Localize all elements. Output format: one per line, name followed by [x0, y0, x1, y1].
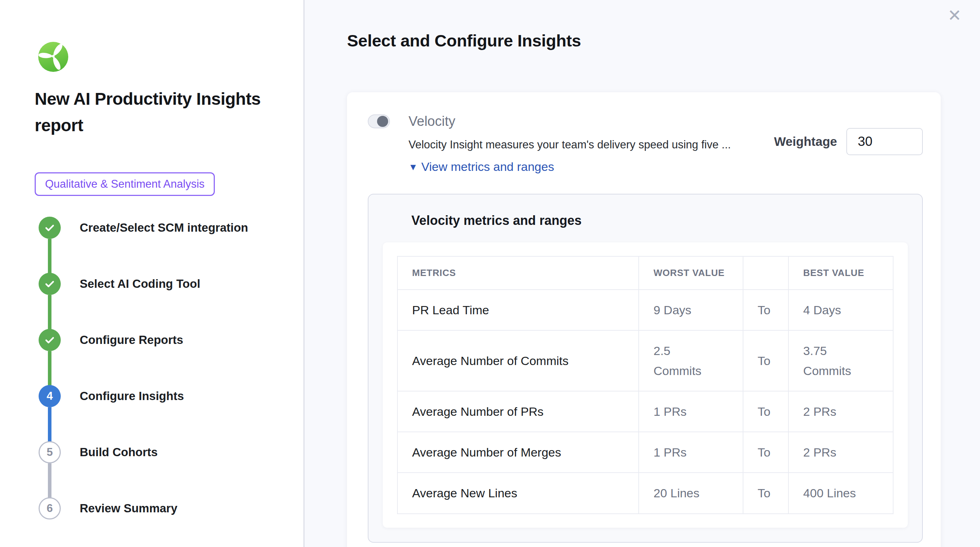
propeller-logo-icon [38, 41, 68, 72]
worst-value-cell: 20 Lines [639, 473, 743, 514]
report-type-badge: Qualitative & Sentiment Analysis [35, 172, 215, 196]
view-metrics-link[interactable]: ▼ View metrics and ranges [409, 160, 554, 174]
step-label: Review Summary [80, 497, 177, 520]
table-row: Average New Lines20 LinesTo400 Lines [398, 473, 893, 514]
table-header-row: METRICSWORST VALUEBEST VALUE [398, 256, 893, 290]
check-icon [43, 277, 56, 290]
weightage-input[interactable] [846, 128, 923, 155]
best-value-cell: 4 Days [788, 290, 893, 330]
value-text: 2 PRs [803, 402, 836, 421]
weightage-label: Weightage [774, 134, 837, 149]
step-item-create-select-scm-integration[interactable]: Create/Select SCM integration [38, 217, 260, 273]
value-text: 4 Days [803, 300, 841, 320]
toggle-knob [377, 116, 388, 127]
table-row: PR Lead Time9 DaysTo4 Days [398, 290, 893, 330]
value-text: 3.75 Commits [803, 341, 860, 381]
worst-value-cell: 1 PRs [639, 391, 743, 432]
step-connector [48, 463, 51, 498]
value-text: 1 PRs [653, 442, 687, 462]
step-number: 4 [46, 390, 52, 403]
value-text: 20 Lines [653, 483, 700, 503]
close-icon[interactable]: ✕ [945, 5, 964, 26]
value-text: 9 Days [653, 300, 691, 320]
best-value-cell: 2 PRs [788, 432, 893, 473]
table-row: Average Number of PRs1 PRsTo2 PRs [398, 391, 893, 432]
wizard-sidebar: New AI Productivity Insights report Qual… [0, 0, 304, 547]
metrics-panel-title: Velocity metrics and ranges [411, 213, 908, 228]
metric-name-cell: PR Lead Time [398, 290, 639, 330]
step-label: Select AI Coding Tool [80, 273, 200, 295]
best-value-cell: 2 PRs [788, 391, 893, 432]
table-row: Average Number of Merges1 PRsTo2 PRs [398, 432, 893, 473]
step-item-review-summary[interactable]: 6Review Summary [38, 497, 260, 547]
to-cell: To [743, 473, 789, 514]
step-item-build-cohorts[interactable]: 5Build Cohorts [38, 441, 260, 497]
panel-title: Select and Configure Insights [347, 31, 581, 50]
check-icon [43, 333, 56, 346]
step-check-circle [38, 329, 61, 351]
step-label: Configure Reports [80, 329, 183, 351]
step-number-circle: 4 [38, 385, 61, 407]
step-number: 5 [46, 446, 52, 459]
step-item-select-ai-coding-tool[interactable]: Select AI Coding Tool [38, 273, 260, 329]
table-body: PR Lead Time9 DaysTo4 DaysAverage Number… [398, 290, 893, 514]
velocity-insight-card: Velocity Velocity Insight measures your … [347, 92, 941, 547]
metrics-table: METRICSWORST VALUEBEST VALUE PR Lead Tim… [397, 256, 894, 514]
weightage-group: Weightage [774, 128, 923, 155]
insight-name: Velocity [409, 114, 923, 129]
to-cell: To [743, 391, 789, 432]
value-text: 2 PRs [803, 442, 836, 462]
best-value-cell: 3.75 Commits [788, 330, 893, 391]
value-text: 2.5 Commits [653, 341, 711, 381]
step-label: Create/Select SCM integration [80, 217, 248, 239]
step-number-circle: 6 [38, 497, 61, 520]
value-text: 400 Lines [803, 483, 856, 503]
step-connector [48, 295, 51, 329]
metrics-ranges-panel: Velocity metrics and ranges METRICSWORST… [368, 194, 923, 543]
column-header: WORST VALUE [639, 256, 743, 290]
table-row: Average Number of Commits2.5 CommitsTo3.… [398, 330, 893, 391]
to-cell: To [743, 432, 789, 473]
stepper: Create/Select SCM integrationSelect AI C… [38, 217, 260, 547]
column-header [743, 256, 789, 290]
step-connector [48, 407, 51, 442]
value-text: 1 PRs [653, 402, 687, 421]
worst-value-cell: 1 PRs [639, 432, 743, 473]
view-metrics-link-label: View metrics and ranges [422, 160, 554, 174]
page: New AI Productivity Insights report Qual… [0, 0, 980, 547]
column-header: BEST VALUE [788, 256, 893, 290]
metric-name-cell: Average New Lines [398, 473, 639, 514]
step-item-configure-reports[interactable]: Configure Reports [38, 329, 260, 385]
configure-insights-panel: ✕ Select and Configure Insights Velocity… [304, 0, 980, 547]
metrics-table-card: METRICSWORST VALUEBEST VALUE PR Lead Tim… [383, 242, 908, 528]
step-check-circle [38, 217, 61, 239]
worst-value-cell: 9 Days [639, 290, 743, 330]
to-cell: To [743, 290, 789, 330]
metric-name-cell: Average Number of PRs [398, 391, 639, 432]
chevron-down-icon: ▼ [409, 162, 418, 172]
metric-name-cell: Average Number of Merges [398, 432, 639, 473]
report-title: New AI Productivity Insights report [35, 86, 263, 139]
step-number: 6 [46, 502, 52, 515]
step-number-circle: 5 [38, 441, 61, 463]
velocity-toggle[interactable] [368, 115, 390, 128]
step-connector [48, 351, 51, 385]
step-label: Build Cohorts [80, 441, 158, 463]
to-cell: To [743, 330, 789, 391]
best-value-cell: 400 Lines [788, 473, 893, 514]
check-icon [43, 221, 56, 234]
step-check-circle [38, 273, 61, 295]
step-item-configure-insights[interactable]: 4Configure Insights [38, 385, 260, 441]
worst-value-cell: 2.5 Commits [639, 330, 743, 391]
step-connector [48, 239, 51, 273]
metric-name-cell: Average Number of Commits [398, 330, 639, 391]
column-header: METRICS [398, 256, 639, 290]
step-label: Configure Insights [80, 385, 184, 407]
